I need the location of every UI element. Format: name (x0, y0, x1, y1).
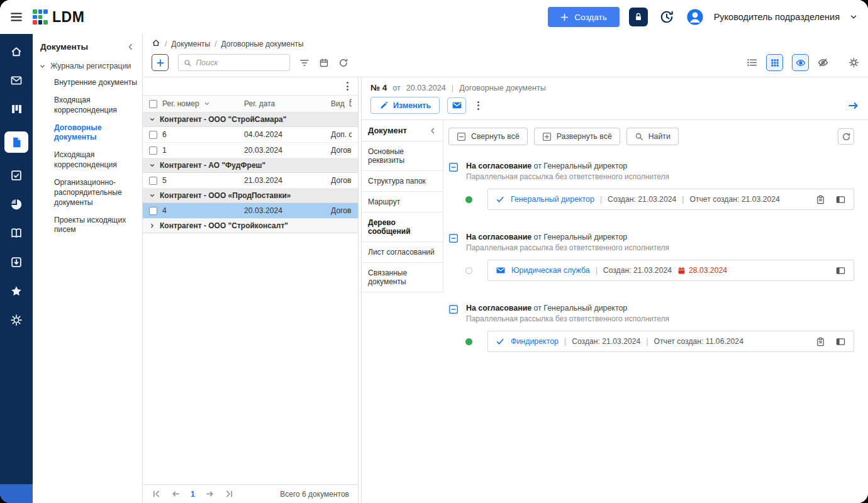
refresh-icon[interactable] (338, 58, 348, 68)
tab-related-documents[interactable]: Связанные документы (362, 263, 443, 292)
list-menu-kebab-icon[interactable] (345, 80, 350, 92)
hide-eye-off-icon[interactable] (818, 57, 828, 68)
pie-chart-icon[interactable] (10, 198, 23, 211)
sidebar-item-contracts[interactable]: Договорные документы (33, 119, 142, 147)
view-list-icon[interactable] (747, 57, 757, 68)
table-row-1[interactable]: 1 20.03.2024 Договор (143, 143, 358, 158)
sidebar-item-outgoing[interactable]: Исходящая корреспонденция (33, 146, 142, 174)
avatar[interactable] (686, 8, 704, 26)
sidebar-item-incoming[interactable]: Входящая корреспонденция (33, 92, 142, 119)
tasks-icon[interactable] (10, 169, 23, 182)
chevron-down-icon[interactable] (849, 13, 858, 21)
kanban-icon[interactable] (11, 103, 23, 115)
total-documents-label: Всего 6 документов (280, 490, 349, 499)
open-card-panel-icon[interactable] (835, 195, 846, 204)
collapse-node-icon[interactable] (448, 304, 459, 314)
table-row-4-selected[interactable]: 4 20.03.2024 Договор (143, 203, 358, 219)
open-fullscreen-arrow-icon[interactable] (848, 100, 859, 111)
open-card-panel-icon[interactable] (835, 266, 846, 275)
column-reg-date[interactable]: Рег. дата (244, 99, 326, 108)
more-actions-kebab-icon[interactable] (474, 100, 483, 111)
current-page[interactable]: 1 (191, 490, 195, 499)
sort-caret-icon[interactable] (204, 101, 210, 107)
lock-icon[interactable] (629, 8, 648, 26)
document-actions: Изменить (362, 94, 868, 120)
breadcrumb-contracts[interactable]: Договорные документы (221, 40, 304, 48)
create-button[interactable]: Создать (548, 7, 619, 27)
show-eye-icon[interactable] (792, 54, 809, 71)
home-icon[interactable] (10, 45, 23, 58)
tab-message-tree[interactable]: Дерево сообщений (362, 213, 443, 242)
collapse-all-button[interactable]: Свернуть всё (448, 128, 528, 145)
document-detail-panel: № 4 от 20.03.2024 | Договорные документы… (361, 77, 868, 503)
history-icon[interactable] (657, 8, 676, 26)
report-clipboard-icon[interactable] (816, 337, 825, 346)
menu-icon[interactable] (10, 11, 23, 23)
app-body: Документы Журналы регистрации Внутренние… (0, 34, 868, 503)
find-button[interactable]: Найти (626, 128, 679, 145)
approval-card[interactable]: Юридическая служба | Создан: 21.03.2024 … (487, 260, 854, 281)
book-icon[interactable] (10, 227, 23, 240)
star-icon[interactable] (10, 285, 23, 297)
mail-icon[interactable] (10, 74, 23, 87)
sidebar-item-internal-docs[interactable]: Внутренние документы (33, 74, 142, 92)
breadcrumb-documents[interactable]: Документы (171, 40, 210, 48)
prev-page-icon[interactable] (171, 489, 181, 499)
view-grid-icon[interactable] (766, 54, 783, 71)
tab-folder-structure[interactable]: Структура папок (362, 171, 443, 192)
group-row-stroykonsalt[interactable]: Контрагент - ООО "Стройконсалт" (143, 219, 358, 233)
settings-gear-icon[interactable] (10, 314, 23, 326)
row-checkbox[interactable] (149, 207, 157, 215)
table-row-5[interactable]: 5 21.03.2024 Договор (143, 173, 358, 189)
table-settings-gear-icon[interactable] (849, 57, 859, 68)
row-checkbox[interactable] (149, 131, 157, 139)
tree-refresh-icon[interactable] (838, 128, 854, 145)
home-breadcrumb-icon[interactable] (152, 38, 160, 49)
add-document-button[interactable] (152, 54, 169, 71)
group-row-stroysamara[interactable]: Контрагент - ООО "СтройСамара" (143, 113, 358, 127)
documents-icon[interactable] (4, 131, 28, 153)
document-body: Документ Основные реквизиты Структура па… (362, 120, 868, 503)
collapse-node-icon[interactable] (448, 233, 459, 243)
column-kind[interactable]: Вид (331, 99, 345, 108)
collapse-panel-icon[interactable] (126, 43, 135, 51)
column-reg-number[interactable]: Рег. номер (162, 99, 199, 108)
approver-link[interactable]: Юридическая служба (511, 266, 590, 275)
last-page-icon[interactable] (225, 489, 234, 499)
tab-main-requisites[interactable]: Основные реквизиты (362, 141, 443, 171)
sidebar-item-org-docs[interactable]: Организационно-распорядительные документ… (33, 174, 142, 212)
open-card-panel-icon[interactable] (835, 337, 846, 346)
table-row-6[interactable]: 6 04.04.2024 Доп. согла (143, 127, 358, 143)
collapse-subnav-icon[interactable] (429, 127, 437, 135)
approver-link[interactable]: Финдиректор (511, 337, 559, 346)
approver-link[interactable]: Генеральный директор (511, 195, 594, 204)
pencil-icon (379, 101, 388, 110)
journals-group[interactable]: Журналы регистрации (33, 58, 142, 74)
column-chooser-icon[interactable] (349, 98, 352, 109)
next-page-icon[interactable] (205, 489, 214, 499)
report-clipboard-icon[interactable] (816, 195, 825, 204)
send-mail-icon[interactable] (447, 97, 466, 114)
inbox-download-icon[interactable] (10, 256, 23, 268)
row-checkbox[interactable] (149, 146, 157, 155)
row-checkbox[interactable] (149, 177, 157, 185)
sidebar-item-draft-letters[interactable]: Проекты исходящих писем (33, 212, 142, 240)
tab-approval-sheet[interactable]: Лист согласований (362, 242, 443, 263)
approval-card[interactable]: Финдиректор | Создан: 21.03.2024 | Отчет… (487, 331, 854, 352)
collapse-node-icon[interactable] (448, 162, 459, 172)
filter-icon[interactable] (299, 58, 309, 68)
edit-button[interactable]: Изменить (370, 97, 440, 114)
first-page-icon[interactable] (152, 489, 161, 499)
calendar-icon[interactable] (319, 58, 329, 68)
group-row-foodfresh[interactable]: Контрагент - АО "ФудФреш" (143, 158, 358, 173)
approval-card[interactable]: Генеральный директор | Создан: 21.03.202… (487, 189, 854, 210)
expand-all-button[interactable]: Развернуть всё (534, 128, 620, 145)
tab-route[interactable]: Маршрут (362, 192, 443, 213)
status-pending-dot (465, 267, 472, 274)
user-role-label: Руководитель подразделения (714, 12, 840, 22)
select-all-checkbox[interactable] (149, 100, 157, 108)
search-input[interactable] (196, 58, 284, 67)
list-toolbar (143, 50, 868, 77)
cell-reg-number: 4 (162, 206, 239, 215)
group-row-prodpostavki[interactable]: Контрагент - ООО «ПродПоставки» (143, 189, 358, 203)
